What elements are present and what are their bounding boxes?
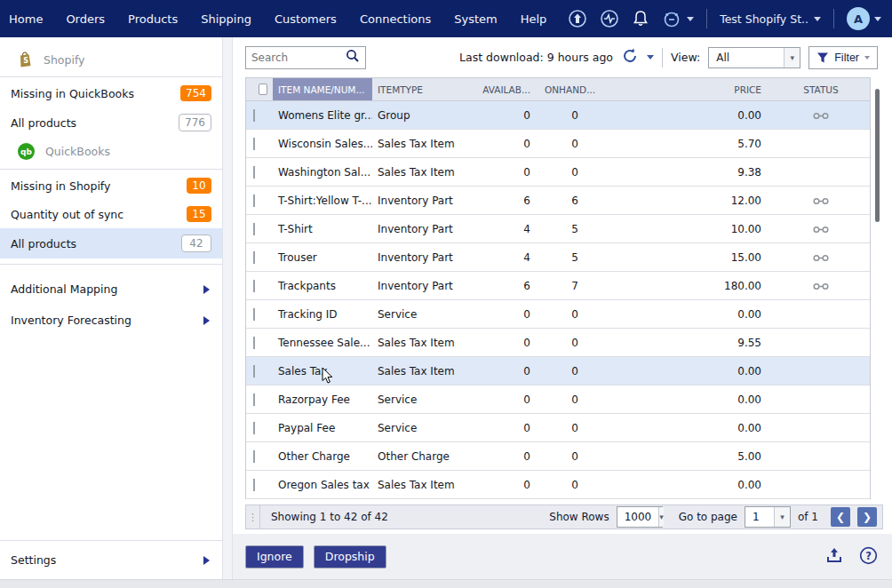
item-name-cell: Trouser xyxy=(273,251,372,264)
table-row[interactable]: Other Charge Other Charge 0 0 5.00 xyxy=(246,442,870,471)
nav-separator xyxy=(706,9,707,28)
sync-upload-icon[interactable] xyxy=(568,9,587,28)
sidebar-item-inventory-forecasting[interactable]: Inventory Forecasting xyxy=(0,305,222,336)
search-icon[interactable] xyxy=(346,49,360,66)
price-cell: 0.00 xyxy=(603,393,770,406)
table-row[interactable]: Washington Sal... Sales Tax Item 0 0 9.3… xyxy=(246,158,870,187)
quickbooks-icon: qb xyxy=(18,143,35,160)
row-checkbox[interactable] xyxy=(253,223,255,235)
row-checkbox[interactable] xyxy=(253,166,255,179)
table-row[interactable]: Wisconsin Sales... Sales Tax Item 0 0 5.… xyxy=(246,130,870,158)
nav-item-products[interactable]: Products xyxy=(128,12,178,26)
item-name-cell: Tracking ID xyxy=(273,308,372,321)
row-checkbox[interactable] xyxy=(253,280,255,292)
table-row[interactable]: Trouser Inventory Part 4 5 15.00 xyxy=(246,243,870,272)
item-type-cell: Service xyxy=(372,422,475,434)
filter-button-label: Filter xyxy=(834,52,859,64)
table-row[interactable]: Tracking ID Service 0 0 0.00 xyxy=(246,300,870,329)
nav-item-help[interactable]: Help xyxy=(521,12,547,26)
table-row[interactable]: Trackpants Inventory Part 6 7 180.00 xyxy=(246,272,870,300)
row-checkbox[interactable] xyxy=(253,308,255,321)
sidebar-scrollbar[interactable] xyxy=(222,37,233,579)
table-row[interactable]: Sales Tax Sales Tax Item 0 0 0.00 xyxy=(246,357,870,385)
activity-pulse-icon[interactable] xyxy=(600,9,619,28)
refresh-icon[interactable] xyxy=(621,47,639,68)
toolbar-separator xyxy=(662,48,663,68)
row-checkbox[interactable] xyxy=(253,479,255,491)
nav-item-customers[interactable]: Customers xyxy=(275,12,337,26)
status-cell xyxy=(770,195,872,207)
row-checkbox[interactable] xyxy=(253,195,255,207)
table-scrollbar[interactable] xyxy=(872,78,883,498)
help-icon[interactable]: ? xyxy=(859,546,878,568)
column-header-item-type[interactable]: ITEMTYPE xyxy=(372,78,475,100)
onhand-cell: 0 xyxy=(539,479,603,491)
linked-status-icon xyxy=(813,282,829,290)
table-scrollbar-thumb[interactable] xyxy=(875,89,880,222)
available-cell: 0 xyxy=(475,308,539,321)
row-checkbox[interactable] xyxy=(253,422,255,434)
store-selector[interactable]: Test Shopify St.. xyxy=(720,12,821,26)
item-type-cell: Group xyxy=(372,109,475,122)
table-row[interactable]: T-Shirt:Yellow T-... Inventory Part 6 6 … xyxy=(246,187,870,215)
show-rows-select[interactable]: 1000 ▾ xyxy=(617,506,663,528)
table-header-row: ITEM NAME/NUM... ITEMTYPE AVAILAB... ONH… xyxy=(246,78,870,101)
filter-button[interactable]: Filter xyxy=(808,46,878,69)
drag-grip-icon[interactable]: ⋮ xyxy=(246,505,260,528)
sidebar-item-missing-in-quickbooks[interactable]: Missing in QuickBooks 754 xyxy=(0,79,222,107)
column-header-status[interactable]: STATUS xyxy=(770,78,872,100)
row-checkbox[interactable] xyxy=(253,138,255,150)
sidebar-item-quantity-out-of-sync[interactable]: Quantity out of sync 15 xyxy=(0,200,222,228)
nav-item-orders[interactable]: Orders xyxy=(66,12,105,26)
sidebar-item-settings[interactable]: Settings xyxy=(0,543,222,579)
search-input[interactable] xyxy=(251,52,342,64)
row-checkbox[interactable] xyxy=(253,450,255,463)
scheduler-control[interactable] xyxy=(662,9,694,28)
table-row[interactable]: Tennessee Sale... Sales Tax Item 0 0 9.5… xyxy=(246,329,870,357)
column-header-item-name[interactable]: ITEM NAME/NUM... xyxy=(273,78,372,100)
sidebar-item-additional-mapping[interactable]: Additional Mapping xyxy=(0,274,222,305)
dropship-button[interactable]: Dropship xyxy=(314,545,386,568)
column-header-price[interactable]: PRICE xyxy=(603,78,770,100)
row-checkbox[interactable] xyxy=(253,393,255,406)
previous-page-button[interactable]: ❮ xyxy=(831,507,850,527)
sidebar-item-label: Missing in Shopify xyxy=(11,179,110,193)
nav-item-connections[interactable]: Connections xyxy=(360,12,431,26)
nav-item-home[interactable]: Home xyxy=(9,12,43,26)
nav-item-system[interactable]: System xyxy=(454,12,497,26)
table-row[interactable]: Razorpay Fee Service 0 0 0.00 xyxy=(246,385,870,414)
refresh-options-chevron-icon[interactable] xyxy=(647,55,654,60)
view-select[interactable]: All ▾ xyxy=(708,47,800,68)
select-all-checkbox[interactable] xyxy=(259,83,267,95)
row-checkbox-cell xyxy=(246,223,273,235)
row-checkbox[interactable] xyxy=(253,337,255,349)
sidebar-item-missing-in-shopify[interactable]: Missing in Shopify 10 xyxy=(0,171,222,200)
ignore-button[interactable]: Ignore xyxy=(245,545,304,568)
export-upload-icon[interactable] xyxy=(825,546,843,567)
available-cell: 0 xyxy=(475,393,539,406)
table-row[interactable]: Paypal Fee Service 0 0 0.00 xyxy=(246,414,870,442)
column-header-available[interactable]: AVAILAB... xyxy=(475,78,539,100)
sidebar-item-all-products-shopify[interactable]: All products 776 xyxy=(0,107,222,138)
item-type-cell: Service xyxy=(372,308,475,321)
row-checkbox[interactable] xyxy=(253,365,255,377)
price-cell: 9.55 xyxy=(603,337,770,349)
notifications-bell-icon[interactable] xyxy=(632,9,649,28)
account-menu[interactable]: A xyxy=(847,7,881,30)
row-checkbox-cell xyxy=(246,308,273,321)
sidebar-item-all-products-quickbooks[interactable]: All products 42 xyxy=(0,228,222,258)
row-checkbox-cell xyxy=(246,365,273,377)
column-header-onhand[interactable]: ONHAND... xyxy=(539,78,603,100)
next-page-button[interactable]: ❯ xyxy=(857,507,877,527)
row-checkbox[interactable] xyxy=(253,251,255,264)
toolbar: Last download: 9 hours ago View: All ▾ F… xyxy=(233,37,892,77)
nav-item-shipping[interactable]: Shipping xyxy=(201,12,251,26)
go-to-page-select[interactable]: 1 ▾ xyxy=(745,506,791,528)
onhand-cell: 0 xyxy=(539,138,603,150)
select-all-header-cell xyxy=(246,78,273,100)
table-row[interactable]: Womens Elite gr... Group 0 0 0.00 xyxy=(246,101,870,130)
item-type-cell: Sales Tax Item xyxy=(372,479,475,491)
table-row[interactable]: T-Shirt Inventory Part 4 5 10.00 xyxy=(246,215,870,243)
row-checkbox[interactable] xyxy=(253,109,255,122)
table-row[interactable]: Oregon Sales tax Sales Tax Item 0 0 0.00 xyxy=(246,471,870,499)
